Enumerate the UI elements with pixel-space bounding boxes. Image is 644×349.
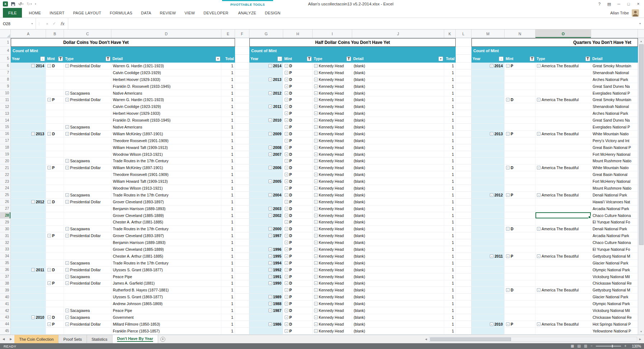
cell-N17[interactable] bbox=[505, 137, 535, 144]
cell-A7[interactable] bbox=[11, 69, 46, 76]
row-header-27[interactable]: 27 bbox=[0, 205, 11, 212]
cell-I26[interactable]: -Kennedy Head bbox=[313, 199, 352, 205]
sheet-tab-the-coin-collection[interactable]: The Coin Collection bbox=[14, 335, 59, 343]
cell-A42[interactable] bbox=[11, 307, 46, 314]
cell-I25[interactable]: -Kennedy Head bbox=[313, 192, 352, 199]
cell-A21[interactable] bbox=[11, 164, 46, 171]
cell-N42[interactable] bbox=[505, 307, 535, 314]
collapse-icon[interactable]: - bbox=[314, 288, 318, 292]
cell-B34[interactable] bbox=[46, 253, 64, 260]
cell-M7[interactable] bbox=[472, 69, 505, 76]
avatar[interactable] bbox=[632, 9, 639, 17]
cell-E45[interactable]: 1 bbox=[221, 328, 235, 335]
cell-L10[interactable] bbox=[456, 90, 472, 97]
row-header-44[interactable]: 44 bbox=[0, 321, 11, 328]
cell-A13[interactable] bbox=[11, 110, 46, 117]
filter-icon[interactable] bbox=[106, 56, 110, 61]
collapse-icon[interactable]: - bbox=[285, 78, 288, 81]
row-header-40[interactable]: 40 bbox=[0, 294, 11, 300]
pivot-count-label-0[interactable]: Count of Mint bbox=[11, 47, 235, 55]
cell-N30[interactable]: -D bbox=[505, 226, 535, 232]
collapse-icon[interactable]: - bbox=[285, 125, 288, 129]
collapse-icon[interactable]: - bbox=[65, 200, 69, 204]
collapse-icon[interactable]: - bbox=[65, 227, 69, 231]
cell-N39[interactable]: -D bbox=[505, 287, 535, 294]
collapse-icon[interactable]: - bbox=[47, 316, 51, 319]
collapse-icon[interactable]: - bbox=[314, 220, 318, 224]
cell-F6[interactable] bbox=[235, 63, 249, 69]
cell-F21[interactable] bbox=[235, 164, 249, 171]
collapse-icon[interactable]: - bbox=[285, 214, 288, 217]
tab-page-layout[interactable]: PAGE LAYOUT bbox=[69, 8, 105, 18]
row-header-10[interactable]: 10 bbox=[0, 90, 11, 97]
cell-P17[interactable]: Perry's Victory and Int bbox=[591, 137, 638, 144]
cell-C32[interactable] bbox=[64, 239, 111, 246]
row-header-33[interactable]: 33 bbox=[0, 246, 11, 253]
cell-D39[interactable]: Rutherford B. Hayes (1877-1881) bbox=[111, 287, 221, 294]
cell-N13[interactable] bbox=[505, 110, 535, 117]
page-layout-view-icon[interactable]: ▤ bbox=[577, 344, 580, 348]
filter-icon[interactable] bbox=[530, 56, 534, 61]
sort-filter-icon[interactable]: ↓ bbox=[277, 56, 282, 61]
cell-I36[interactable]: -Kennedy Head bbox=[313, 267, 352, 273]
cell-H40[interactable]: -P bbox=[283, 294, 313, 300]
cell-K39[interactable]: 1 bbox=[444, 287, 456, 294]
select-all-corner[interactable] bbox=[0, 30, 11, 38]
cell-K16[interactable]: 1 bbox=[444, 131, 456, 137]
cell-C45[interactable] bbox=[64, 328, 111, 335]
collapse-icon[interactable]: - bbox=[490, 132, 493, 136]
row-header-8[interactable]: 8 bbox=[0, 76, 11, 83]
cell-F16[interactable] bbox=[235, 131, 249, 137]
cell-J32[interactable]: (blank) bbox=[352, 239, 444, 246]
redo-icon[interactable]: ↻▾ bbox=[27, 2, 32, 6]
cell-P42[interactable]: Vicksburg National Mil bbox=[591, 307, 638, 314]
filter-icon[interactable] bbox=[58, 56, 63, 61]
cell-K9[interactable]: 1 bbox=[444, 83, 456, 90]
column-header-H[interactable]: H bbox=[283, 30, 313, 38]
cell-O39[interactable]: -America The Beautiful bbox=[535, 287, 591, 294]
cell-B19[interactable] bbox=[46, 151, 64, 158]
row-header-25[interactable]: 25 bbox=[0, 192, 11, 199]
cell-H10[interactable]: -D bbox=[283, 90, 313, 97]
cell-D6[interactable]: Warren G. Hardin (1921-1923) bbox=[111, 63, 221, 69]
page-break-view-icon[interactable]: ▥ bbox=[584, 344, 587, 348]
cell-H11[interactable]: -P bbox=[283, 96, 313, 103]
cell-L25[interactable] bbox=[456, 192, 472, 199]
cell-G9[interactable] bbox=[249, 83, 283, 90]
cell-G44[interactable]: -1986 bbox=[249, 321, 283, 328]
cell-O21[interactable]: -America The Beautiful bbox=[535, 164, 591, 171]
cell-M10[interactable] bbox=[472, 90, 505, 97]
cell-P30[interactable]: Denali National Park bbox=[591, 226, 638, 232]
collapse-icon[interactable]: - bbox=[31, 268, 35, 272]
cell-M39[interactable] bbox=[472, 287, 505, 294]
cell-E10[interactable]: 1 bbox=[221, 90, 235, 97]
cell-L4[interactable] bbox=[456, 47, 472, 55]
cell-K13[interactable]: 1 bbox=[444, 110, 456, 117]
cell-I8[interactable]: -Kennedy Head bbox=[313, 76, 352, 83]
collapse-icon[interactable]: - bbox=[65, 125, 69, 129]
cell-E25[interactable]: 1 bbox=[221, 192, 235, 199]
cell-E14[interactable]: 1 bbox=[221, 117, 235, 124]
minimize-icon[interactable]: ─ bbox=[617, 2, 621, 6]
collapse-icon[interactable]: - bbox=[506, 322, 510, 326]
collapse-icon[interactable]: - bbox=[285, 180, 288, 183]
cell-H12[interactable]: -D bbox=[283, 103, 313, 110]
cell-D41[interactable]: Andrew Johnson (1865-1869) bbox=[111, 300, 221, 307]
collapse-icon[interactable]: - bbox=[65, 234, 69, 237]
cell-K15[interactable]: 1 bbox=[444, 124, 456, 131]
cell-E30[interactable]: 1 bbox=[221, 226, 235, 232]
cell-C29[interactable] bbox=[64, 219, 111, 226]
cell-I24[interactable]: -Kennedy Head bbox=[313, 185, 352, 192]
cell-N40[interactable] bbox=[505, 294, 535, 300]
cell-H16[interactable]: -D bbox=[283, 131, 313, 137]
row-header-36[interactable]: 36 bbox=[0, 267, 11, 273]
cell-E15[interactable]: 1 bbox=[221, 124, 235, 131]
cell-L11[interactable] bbox=[456, 96, 472, 103]
pivot-field-header-mint-1[interactable]: Mint bbox=[283, 55, 313, 63]
cell-B20[interactable] bbox=[46, 158, 64, 164]
collapse-icon[interactable]: - bbox=[285, 241, 288, 244]
collapse-icon[interactable]: - bbox=[490, 193, 493, 197]
cell-A35[interactable] bbox=[11, 260, 46, 267]
cell-K27[interactable]: 1 bbox=[444, 205, 456, 212]
column-header-K[interactable]: K bbox=[444, 30, 456, 38]
